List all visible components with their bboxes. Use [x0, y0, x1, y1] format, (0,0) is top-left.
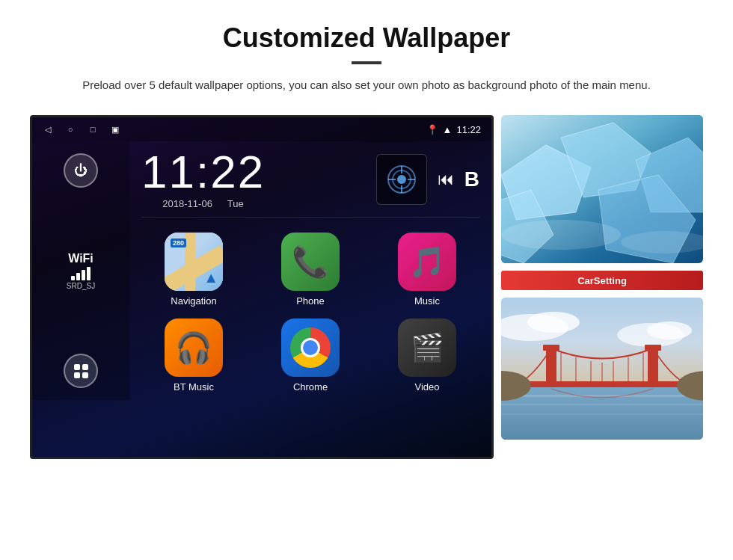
phone-app-label: Phone: [296, 295, 325, 307]
app-grid: 280 ▲ Navigation 📞 Phone: [141, 233, 479, 393]
status-bar-right: 📍 ▲ 11:22: [426, 124, 481, 135]
app-item-phone[interactable]: 📞 Phone: [258, 233, 363, 307]
navigation-app-icon: 280 ▲: [165, 233, 223, 291]
video-app-icon: 🎬: [398, 319, 456, 377]
wifi-bar-1: [71, 276, 75, 280]
android-body: ⏻ WiFi SRD_SJ: [32, 141, 491, 400]
phone-app-icon: 📞: [281, 233, 340, 291]
chrome-outer-ring: [290, 327, 331, 368]
wifi-bars: [67, 267, 95, 280]
grid-dot: [74, 372, 80, 378]
nav-badge: 280: [171, 239, 186, 247]
svg-rect-26: [543, 345, 559, 351]
page-subtitle: Preload over 5 default wallpaper options…: [82, 76, 651, 94]
wifi-bar-4: [87, 267, 91, 280]
clock-block: 11:22 2018-11-06 Tue: [141, 149, 265, 209]
svg-rect-22: [501, 404, 703, 405]
wifi-label: WiFi: [67, 252, 95, 265]
chrome-app-label: Chrome: [293, 381, 328, 393]
svg-rect-28: [645, 345, 661, 351]
home-nav-icon[interactable]: ○: [65, 124, 76, 135]
wifi-signal-icon: ▲: [443, 124, 453, 135]
app-item-music[interactable]: 🎵 Music: [375, 233, 479, 307]
phone-icon: 📞: [292, 244, 329, 280]
clock-time: 11:22: [141, 149, 265, 195]
clock-date-value: 2018-11-06: [162, 198, 212, 209]
ice-wallpaper-bg: [501, 115, 703, 263]
wifi-bar-3: [82, 270, 85, 280]
svg-point-19: [647, 321, 692, 339]
music-app-label: Music: [414, 295, 440, 307]
status-time: 11:22: [456, 124, 481, 135]
media-icons: ⏮ B: [376, 154, 479, 205]
media-icon-wifi[interactable]: [376, 154, 427, 205]
bt-music-app-icon: 🎧: [165, 319, 223, 377]
status-bar: ◁ ○ □ ▣ 📍 ▲ 11:22: [32, 117, 491, 141]
location-icon: 📍: [426, 124, 438, 135]
carsetting-label: CarSetting: [577, 275, 627, 286]
wallpaper-thumb-bridge[interactable]: [501, 298, 703, 440]
nav-arrow-icon: ▲: [203, 269, 218, 286]
clock-date: 2018-11-06 Tue: [141, 198, 265, 209]
navigation-app-label: Navigation: [171, 295, 216, 307]
bridge-scene-svg: [501, 298, 703, 440]
app-item-bt-music[interactable]: 🎧 BT Music: [141, 319, 246, 393]
clock-area: 11:22 2018-11-06 Tue: [141, 149, 479, 218]
bridge-wallpaper-bg: [501, 298, 703, 440]
grid-dot: [82, 364, 88, 370]
app-item-video[interactable]: 🎬 Video: [375, 319, 479, 393]
music-app-icon: 🎵: [398, 233, 456, 291]
svg-point-2: [397, 175, 406, 184]
svg-rect-21: [501, 395, 703, 397]
clock-day-value: Tue: [227, 198, 244, 209]
ice-scene-svg: [501, 115, 703, 263]
video-app-label: Video: [414, 381, 439, 393]
chrome-inner-circle: [301, 338, 320, 357]
grid-icon: [74, 364, 88, 378]
chrome-app-icon: [281, 319, 340, 377]
cast-icon: [387, 164, 417, 194]
wallpaper-column: CarSetting: [501, 115, 703, 440]
left-sidebar: ⏻ WiFi SRD_SJ: [32, 141, 129, 400]
music-icon: 🎵: [408, 244, 446, 280]
wifi-widget: WiFi SRD_SJ: [67, 252, 95, 290]
android-screen: ◁ ○ □ ▣ 📍 ▲ 11:22 ⏻ WiFi: [30, 115, 494, 459]
center-content: 11:22 2018-11-06 Tue: [129, 141, 491, 400]
grid-dot: [82, 372, 88, 378]
video-icon: 🎬: [411, 332, 444, 363]
bt-music-app-label: BT Music: [174, 381, 214, 393]
svg-rect-27: [648, 346, 658, 387]
power-button[interactable]: ⏻: [64, 153, 98, 188]
wifi-bar-2: [76, 273, 80, 280]
grid-dot: [74, 364, 80, 370]
wallpaper-thumb-ice[interactable]: [501, 115, 703, 263]
app-item-chrome[interactable]: Chrome: [258, 319, 363, 393]
wifi-ssid: SRD_SJ: [67, 282, 95, 290]
nav-road-2: [185, 233, 195, 291]
page-title: Customized Wallpaper: [223, 22, 511, 54]
content-area: ◁ ○ □ ▣ 📍 ▲ 11:22 ⏻ WiFi: [30, 115, 703, 459]
svg-point-17: [527, 312, 580, 333]
status-bar-left: ◁ ○ □ ▣: [43, 124, 120, 135]
back-nav-icon[interactable]: ◁: [43, 124, 53, 135]
camera-nav-icon[interactable]: ▣: [110, 124, 120, 135]
nav-map-bg: 280 ▲: [165, 233, 223, 291]
svg-point-13: [501, 220, 621, 250]
title-divider: [352, 61, 381, 64]
next-track-initial[interactable]: B: [464, 167, 479, 191]
power-icon: ⏻: [74, 163, 88, 179]
svg-rect-23: [501, 413, 703, 415]
recent-nav-icon[interactable]: □: [88, 124, 98, 135]
svg-rect-25: [546, 346, 556, 387]
app-item-navigation[interactable]: 280 ▲ Navigation: [141, 233, 246, 307]
carsetting-strip[interactable]: CarSetting: [501, 271, 703, 290]
prev-track-button[interactable]: ⏮: [438, 170, 454, 189]
bluetooth-icon: 🎧: [175, 330, 212, 366]
apps-grid-button[interactable]: [64, 354, 98, 388]
